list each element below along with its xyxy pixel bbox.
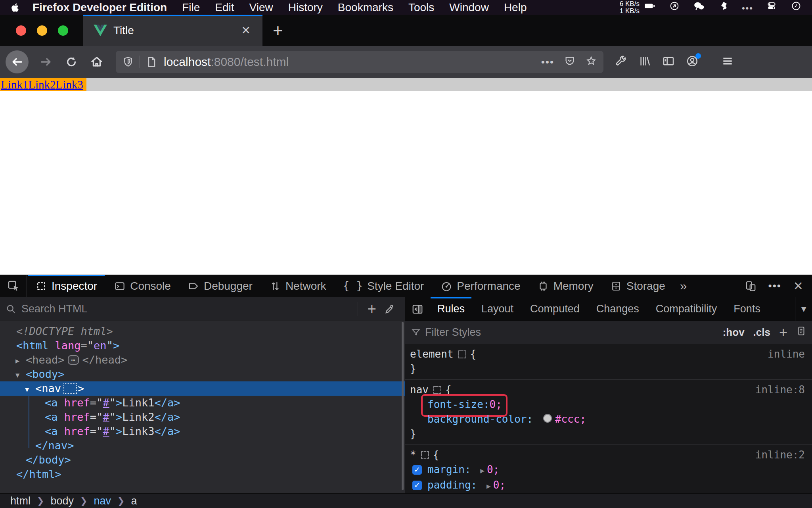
page-info-icon[interactable] xyxy=(146,56,157,68)
tracking-protection-shield-icon[interactable] xyxy=(122,56,134,68)
markup-tree-row[interactable]: ▼<body> xyxy=(0,367,405,381)
devtools-tab-inspector[interactable]: Inspector xyxy=(27,275,105,297)
sidebar-toggle-icon[interactable] xyxy=(662,55,675,69)
breadcrumb-item-html[interactable]: html xyxy=(10,495,31,507)
declaration-checkbox[interactable]: ✓ xyxy=(412,481,422,490)
clock-icon[interactable] xyxy=(790,1,802,14)
markup-tree-row[interactable]: <a href="#">Link1</a> xyxy=(0,396,405,410)
bookmark-star-icon[interactable] xyxy=(585,55,597,69)
devtools-tab-network[interactable]: Network xyxy=(261,275,335,297)
browser-tab[interactable]: Title ✕ xyxy=(83,15,262,46)
tab-close-icon[interactable]: ✕ xyxy=(238,22,254,38)
link-circle-icon[interactable] xyxy=(668,1,681,14)
breadcrumb-item-body[interactable]: body xyxy=(50,495,74,507)
menu-edit[interactable]: Edit xyxy=(207,1,241,14)
sidebar-tab-fonts[interactable]: Fonts xyxy=(725,297,769,321)
devtools-wrench-icon[interactable] xyxy=(615,55,627,69)
css-declaration[interactable]: font-size: 0; xyxy=(410,397,807,412)
markup-scrollbar[interactable] xyxy=(402,322,404,490)
network-speed-indicator[interactable]: 6 KB/s 1 KB/s xyxy=(620,0,640,15)
sidebar-tabs-dropdown-icon[interactable]: ▼ xyxy=(795,297,812,321)
markup-tree-row[interactable]: <!DOCTYPE html> xyxy=(0,324,405,339)
rule-selector[interactable]: nav xyxy=(410,383,429,397)
expand-arrow-icon[interactable]: ▼ xyxy=(25,382,35,396)
flag-shape-icon[interactable] xyxy=(717,1,730,14)
expand-value-icon[interactable]: ▶ xyxy=(486,482,491,490)
sidebar-tab-compatibility[interactable]: Compatibility xyxy=(647,297,726,321)
declaration-checkbox[interactable]: ✓ xyxy=(412,465,422,475)
more-dots-icon[interactable]: ••• xyxy=(742,1,753,14)
rule-selector[interactable]: element xyxy=(410,347,454,362)
page-link-2[interactable]: Link2 xyxy=(28,78,56,91)
devtools-tab-storage[interactable]: Storage xyxy=(602,275,674,297)
breadcrumb-item-nav[interactable]: nav xyxy=(94,495,111,507)
new-tab-button[interactable]: + xyxy=(262,15,293,46)
menu-file[interactable]: File xyxy=(174,1,207,14)
markup-tree-row[interactable]: </nav> xyxy=(0,439,405,453)
css-declaration[interactable]: ✓margin: ▶0; xyxy=(410,462,807,478)
close-icon[interactable]: ✕ xyxy=(793,279,803,293)
rule-source-link[interactable]: inline:8 xyxy=(755,383,807,397)
markup-tree-row[interactable]: </html> xyxy=(0,467,405,481)
page-link-1[interactable]: Link1 xyxy=(1,78,28,91)
rule-selector[interactable]: * xyxy=(410,448,416,462)
markup-tree-row[interactable]: ▼<nav> xyxy=(0,381,405,396)
sidebar-tab-computed[interactable]: Computed xyxy=(522,297,588,321)
sidebar-tab-layout[interactable]: Layout xyxy=(473,297,522,321)
url-bar[interactable]: localhost:8080/test.html ••• xyxy=(116,51,603,73)
reload-button[interactable] xyxy=(59,49,84,75)
search-html-input[interactable] xyxy=(21,303,352,315)
library-icon[interactable] xyxy=(638,55,651,69)
url-text[interactable]: localhost:8080/test.html xyxy=(164,55,541,69)
breadcrumb-item-a[interactable]: a xyxy=(131,495,137,507)
expand-arrow-icon[interactable]: ▼ xyxy=(15,368,26,382)
apple-menu-icon[interactable] xyxy=(7,3,23,12)
node-picker-icon[interactable] xyxy=(0,275,27,297)
battery-icon[interactable] xyxy=(643,1,656,14)
page-link-3[interactable]: Link3 xyxy=(56,78,83,91)
menu-help[interactable]: Help xyxy=(496,1,534,14)
close-window-button[interactable] xyxy=(16,25,26,36)
account-icon[interactable] xyxy=(686,55,699,69)
minimize-window-button[interactable] xyxy=(37,25,47,36)
create-new-node-button[interactable]: + xyxy=(364,300,380,318)
markup-tree-row[interactable]: <a href="#">Link3</a> xyxy=(0,424,405,439)
css-declaration[interactable]: ✓padding: ▶0; xyxy=(410,478,807,493)
rule-source-link[interactable]: inline:2 xyxy=(755,448,807,462)
menu-bookmarks[interactable]: Bookmarks xyxy=(330,1,401,14)
menu-view[interactable]: View xyxy=(242,1,281,14)
menu-window[interactable]: Window xyxy=(442,1,496,14)
menu-history[interactable]: History xyxy=(281,1,330,14)
more-tabs-icon[interactable]: » xyxy=(674,275,693,297)
pseudo-class-toggle[interactable]: :hov xyxy=(723,326,745,339)
menu-firefox-developer-edition[interactable]: Firefox Developer Edition xyxy=(30,1,174,14)
devtools-tab-performance[interactable]: Performance xyxy=(432,275,529,297)
collapse-pane-icon[interactable] xyxy=(405,297,429,321)
devtools-tab-memory[interactable]: Memory xyxy=(529,275,602,297)
markup-tree-row[interactable]: <html lang="en"> xyxy=(0,339,405,353)
highlight-selector-icon[interactable] xyxy=(421,451,429,459)
css-declaration[interactable]: background-color: #ccc; xyxy=(410,412,807,427)
eyedropper-icon[interactable] xyxy=(380,304,399,315)
devtools-tab-style-editor[interactable]: { }Style Editor xyxy=(335,275,433,297)
add-rule-button[interactable]: + xyxy=(779,324,787,341)
filter-styles-input[interactable] xyxy=(425,326,723,339)
markup-tree-row[interactable]: <a href="#">Link2</a> xyxy=(0,410,405,424)
print-media-sim-icon[interactable] xyxy=(796,326,806,339)
control-center-icon[interactable] xyxy=(765,1,778,14)
responsive-mode-icon[interactable] xyxy=(745,280,756,292)
menu-tools[interactable]: Tools xyxy=(401,1,442,14)
sidebar-tab-rules[interactable]: Rules xyxy=(429,297,473,321)
sidebar-tab-changes[interactable]: Changes xyxy=(588,297,647,321)
meatball-menu-icon[interactable]: ••• xyxy=(768,280,781,292)
markup-tree-row[interactable]: ▶<head>⋯</head> xyxy=(0,353,405,367)
highlight-selector-icon[interactable] xyxy=(433,386,441,394)
page-actions-icon[interactable]: ••• xyxy=(541,56,554,68)
forward-button[interactable] xyxy=(33,49,59,75)
home-button[interactable] xyxy=(84,49,109,75)
color-swatch[interactable] xyxy=(543,414,552,423)
wechat-icon[interactable] xyxy=(693,1,705,14)
collapse-arrow-icon[interactable]: ▶ xyxy=(15,354,26,368)
devtools-tab-debugger[interactable]: Debugger xyxy=(179,275,261,297)
hamburger-menu-icon[interactable] xyxy=(721,55,734,69)
